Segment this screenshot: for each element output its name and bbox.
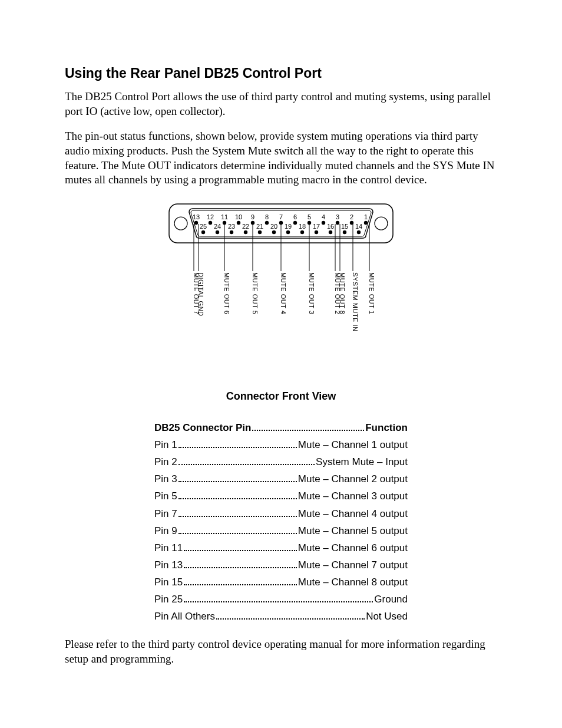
- svg-point-22: [286, 230, 290, 234]
- pin-callout-label: DIGITAL GND: [197, 272, 204, 317]
- leader-dots: [178, 455, 315, 465]
- pin-function: Mute – Channel 8 output: [298, 576, 408, 589]
- svg-point-20: [258, 230, 262, 234]
- pin-number: 5: [308, 213, 311, 220]
- pin-number: 11: [221, 213, 228, 220]
- pin-table-header: DB25 Connector Pin Function: [154, 421, 408, 434]
- svg-point-10: [293, 221, 297, 225]
- pin-callout-label: MUTE OUT 8: [339, 272, 346, 314]
- pin-table-row: Pin 13Mute – Channel 7 output: [154, 558, 408, 572]
- leader-dots: [178, 489, 297, 499]
- pin-table-row: Pin 15Mute – Channel 8 output: [154, 575, 408, 589]
- pin-number: 25: [200, 223, 207, 230]
- pin-function: System Mute – Input: [316, 456, 408, 469]
- pin-function: Mute – Channel 5 output: [298, 525, 408, 538]
- svg-point-25: [329, 230, 332, 234]
- pin-number: 15: [341, 223, 348, 230]
- svg-point-19: [244, 230, 247, 234]
- section-heading: Using the Rear Panel DB25 Control Port: [65, 65, 497, 83]
- pin-table-row: Pin 5Mute – Channel 3 output: [154, 489, 408, 503]
- pin-number: 13: [193, 213, 200, 220]
- leader-dots: [178, 438, 297, 448]
- pin-table-row: Pin 1Mute – Channel 1 output: [154, 438, 408, 452]
- pin-number: 23: [228, 223, 235, 230]
- pin-number: 18: [299, 223, 306, 230]
- svg-point-18: [230, 230, 233, 234]
- pin-label: Pin 7: [154, 508, 177, 521]
- svg-point-1: [174, 217, 187, 230]
- pin-function: Mute – Channel 4 output: [298, 508, 408, 521]
- pin-callout-label: MUTE OUT 3: [308, 272, 315, 314]
- leader-dots: [252, 421, 364, 431]
- pin-table-row: Pin 3Mute – Channel 2 output: [154, 472, 408, 486]
- paragraph-2: The pin-out status functions, shown belo…: [65, 129, 497, 187]
- leader-dots: [184, 558, 297, 568]
- pin-label: Pin 25: [154, 593, 183, 606]
- pin-function: Ground: [374, 593, 408, 606]
- leader-dots: [216, 610, 365, 620]
- pin-label: Pin 9: [154, 525, 177, 538]
- pin-function: Mute – Channel 2 output: [298, 473, 408, 486]
- pin-function: Not Used: [366, 610, 408, 623]
- closing-paragraph: Please refer to the third party control …: [65, 637, 497, 666]
- pin-label: Pin 5: [154, 490, 177, 503]
- svg-point-13: [336, 221, 339, 225]
- svg-point-15: [364, 221, 368, 225]
- pin-label: Pin 11: [154, 542, 183, 555]
- svg-point-26: [343, 230, 346, 234]
- pin-number: 22: [242, 223, 249, 230]
- pin-number: 19: [285, 223, 292, 230]
- leader-dots: [178, 472, 297, 482]
- pin-number: 9: [251, 213, 254, 220]
- svg-point-21: [272, 230, 276, 234]
- pin-table-row: Pin 9Mute – Channel 5 output: [154, 524, 408, 538]
- pin-number: 12: [207, 213, 214, 220]
- pin-number: 6: [293, 213, 297, 220]
- leader-dots: [184, 575, 297, 585]
- pin-function: Mute – Channel 6 output: [298, 542, 408, 555]
- pin-label: Pin All Others: [154, 610, 215, 623]
- leader-dots: [184, 592, 373, 602]
- pin-number: 20: [270, 223, 277, 230]
- pin-number: 4: [322, 213, 325, 220]
- pin-number: 24: [214, 223, 221, 230]
- svg-point-8: [265, 221, 269, 225]
- svg-point-27: [357, 230, 361, 234]
- svg-point-24: [315, 230, 318, 234]
- leader-dots: [184, 541, 297, 551]
- pin-number: 3: [336, 213, 339, 220]
- pin-callout-label: MUTE OUT 5: [252, 272, 259, 314]
- pin-table-row: Pin All OthersNot Used: [154, 610, 408, 623]
- svg-point-17: [216, 230, 219, 234]
- pin-label: Pin 15: [154, 576, 183, 589]
- svg-point-12: [322, 221, 325, 225]
- pin-function: Mute – Channel 7 output: [298, 559, 408, 572]
- leader-dots: [178, 507, 297, 517]
- pin-number: 2: [350, 213, 353, 220]
- pin-label: Pin 13: [154, 559, 183, 572]
- db25-connector-diagram: 1312111098765432125242322212019181716151…: [157, 198, 405, 375]
- pin-label: Pin 2: [154, 456, 177, 469]
- figure-caption: Connector Front View: [65, 390, 497, 403]
- svg-point-6: [237, 221, 240, 225]
- pin-number: 16: [327, 223, 334, 230]
- svg-point-3: [194, 221, 198, 225]
- pin-number: 17: [313, 223, 320, 230]
- svg-point-23: [300, 230, 304, 234]
- pin-number: 8: [265, 213, 269, 220]
- pin-label: Pin 3: [154, 473, 177, 486]
- pin-function: Mute – Channel 3 output: [298, 490, 408, 503]
- header-pin: DB25 Connector Pin: [154, 421, 251, 434]
- header-function: Function: [365, 421, 408, 434]
- pin-function-table: DB25 Connector Pin Function Pin 1Mute – …: [154, 421, 408, 623]
- pin-number: 10: [235, 213, 242, 220]
- pin-table-row: Pin 7Mute – Channel 4 output: [154, 507, 408, 521]
- svg-point-16: [201, 230, 205, 234]
- svg-point-2: [375, 217, 388, 230]
- pin-table-row: Pin 25Ground: [154, 592, 408, 606]
- pin-number: 1: [364, 213, 368, 220]
- pin-callout-label: MUTE OUT 4: [280, 272, 287, 314]
- pin-number: 21: [256, 223, 263, 230]
- pin-table-row: Pin 2System Mute – Input: [154, 455, 408, 469]
- svg-point-4: [209, 221, 212, 225]
